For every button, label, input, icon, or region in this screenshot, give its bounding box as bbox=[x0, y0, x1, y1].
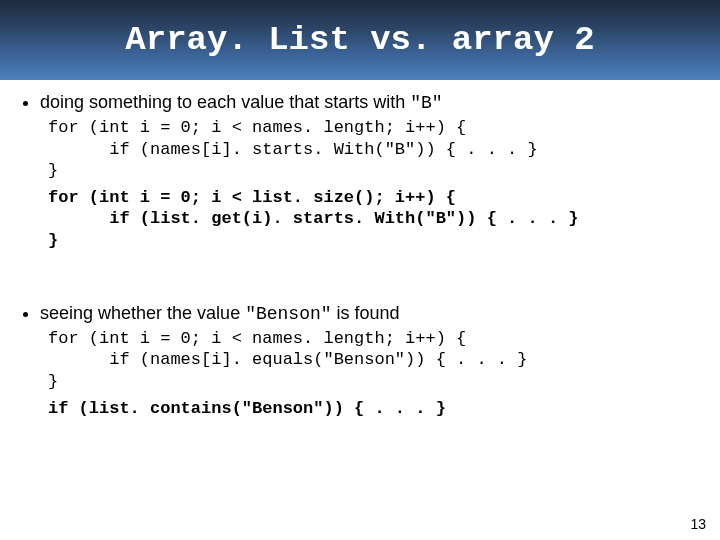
slide-title: Array. List vs. array 2 bbox=[125, 21, 594, 59]
code-block-2: for (int i = 0; i < list. size(); i++) {… bbox=[48, 187, 698, 251]
bullet-1: doing something to each value that start… bbox=[40, 90, 698, 115]
code-block-1: for (int i = 0; i < names. length; i++) … bbox=[48, 117, 698, 181]
bullet-list-2: seeing whether the value "Benson" is fou… bbox=[22, 301, 698, 326]
spacer bbox=[22, 257, 698, 301]
bullet-2-code: "Benson" bbox=[245, 304, 331, 324]
bullet-2-text-pre: seeing whether the value bbox=[40, 303, 245, 323]
bullet-2-text-post: is found bbox=[332, 303, 400, 323]
title-bar: Array. List vs. array 2 bbox=[0, 0, 720, 80]
slide-content: doing something to each value that start… bbox=[0, 80, 720, 431]
bullet-2: seeing whether the value "Benson" is fou… bbox=[40, 301, 698, 326]
bullet-1-text: doing something to each value that start… bbox=[40, 92, 410, 112]
slide: Array. List vs. array 2 doing something … bbox=[0, 0, 720, 540]
code-block-4: if (list. contains("Benson")) { . . . } bbox=[48, 398, 698, 419]
bullet-list-1: doing something to each value that start… bbox=[22, 90, 698, 115]
bullet-1-code: "B" bbox=[410, 93, 442, 113]
page-number: 13 bbox=[690, 516, 706, 532]
code-block-3: for (int i = 0; i < names. length; i++) … bbox=[48, 328, 698, 392]
